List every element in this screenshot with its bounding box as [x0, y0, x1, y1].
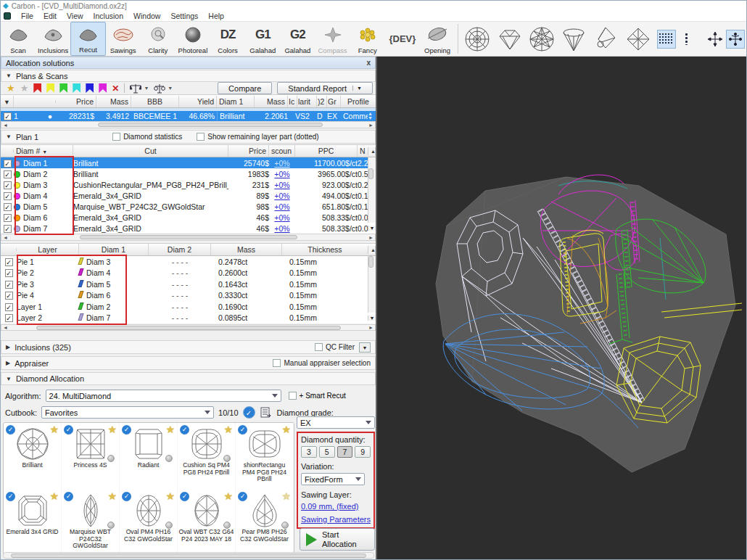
tile-pear[interactable]: ✓★ Pear PM8 PH26 C32 GWGoldStar [236, 490, 294, 556]
tile-emerald[interactable]: ✓★ Emerald 3x4 GRID [4, 490, 62, 556]
manual-appraiser-checkbox[interactable]: Manual appraiser selection [273, 359, 371, 367]
tile-brilliant[interactable]: ✓★ Brilliant [4, 423, 62, 490]
col-layer[interactable]: Layer [17, 244, 79, 255]
yellow-flag-icon[interactable] [46, 83, 54, 93]
sawing-value-link[interactable]: 0.09 mm, (fixed) [301, 502, 371, 511]
layers-hscrollbar[interactable]: ◄► [1, 324, 376, 331]
plan1-hscrollbar[interactable]: ◄► [1, 234, 376, 241]
menu-settings[interactable]: Settings [170, 12, 198, 20]
plan-solution-row[interactable]: ✓ 1 ● 28231$ 3.4912 BBCEMEE 1 46.68% Bri… [1, 111, 376, 121]
opening-button[interactable]: Opening [420, 22, 455, 56]
plan-diam-row[interactable]: ✓ Diam 5 Marquise_WBT_P24C32_GWGoldStar … [1, 201, 376, 212]
col-mass[interactable]: Mass [211, 244, 282, 255]
vscroll-up[interactable]: ▲ [368, 246, 376, 254]
grid-toggle-button[interactable] [657, 30, 676, 49]
col-profile[interactable]: Profile [341, 96, 376, 107]
bottom-hscrollbar[interactable] [3, 552, 374, 559]
plan-diam-row[interactable]: ✓ Diam 7 Emerald_3x4_GRID 46$ +0% 508.33… [1, 223, 376, 234]
layer-row[interactable]: ✓ Pie 3 Diam 5 - - - - 0.1643ct 0.15mm [1, 279, 376, 290]
plans-scans-header[interactable]: ▼ Plans & Scans [1, 70, 376, 82]
col-cut[interactable]: Cut [73, 145, 228, 157]
dz-colors-button[interactable]: DZ Colors [210, 22, 245, 56]
diamond-statistics-checkbox[interactable]: Diamond statistics [112, 133, 182, 141]
report-dropdown-arrow[interactable]: ▼ [352, 86, 362, 91]
col-diam1[interactable]: Diam 1 [79, 244, 149, 255]
quantity-3-button[interactable]: 3 [301, 446, 317, 458]
select-all-icon[interactable]: ✓ [243, 406, 255, 419]
appraiser-header[interactable]: ▶ Appraiser Manual appraiser selection [1, 356, 376, 370]
column-dots-button[interactable] [677, 30, 696, 49]
layer-row[interactable]: ✓ Pie 4 Diam 6 - - - - 0.3330ct 0.15mm [1, 290, 376, 302]
menu-view[interactable]: View [67, 12, 83, 20]
col-price[interactable]: Price [228, 145, 269, 157]
col-price[interactable]: Price [56, 96, 96, 107]
tile-oval-pm4[interactable]: ✓★ Oval PM4 PH16 C32 GWGoldStar [120, 490, 178, 556]
cyan-flag-icon[interactable] [73, 83, 81, 93]
vscroll-down[interactable]: ▼ [368, 226, 376, 231]
quantity-7-button[interactable]: 7 [337, 446, 353, 458]
col-yield[interactable]: Yield [179, 96, 217, 107]
recut-button[interactable]: Recut [70, 22, 105, 56]
algorithm-select[interactable]: 24. MultiDiamond [46, 390, 281, 402]
tile-cushion-rect[interactable]: ✓★ shionRectangu PM4 PG8 PH24 PBrill [236, 423, 294, 490]
layer-row[interactable]: ✓ Layer 1 Diam 2 - - - - 0.1690ct 0.15mm [1, 301, 376, 313]
blue-flag-icon[interactable] [86, 83, 94, 93]
menu-edit[interactable]: Edit [44, 12, 57, 20]
header-menu-button[interactable]: ▾ [1, 96, 14, 107]
g1-galahad-button[interactable]: G1 Galahad [245, 22, 280, 56]
tile-radiant[interactable]: ✓★ Radiant [120, 423, 178, 490]
rotate-button[interactable] [726, 30, 745, 49]
plan-diam-row[interactable]: ✓ Diam 2 Brilliant 1983$ +0% 3965.00$/ct… [1, 168, 376, 179]
col-diam1[interactable]: Diam 1 [217, 96, 255, 107]
dev-button[interactable]: {DEV} [385, 22, 420, 56]
tile-cushion-sq[interactable]: ✓★ Cushion Sq PM4 PG8 PH24 PBrill [178, 423, 236, 490]
fancy-button[interactable]: Fancy [350, 22, 385, 56]
scale2-icon[interactable] [154, 83, 165, 94]
col-bbb[interactable]: BBB [131, 96, 179, 107]
star-badge[interactable]: ★ [49, 424, 59, 435]
collapse-icon[interactable]: ▼ [6, 133, 12, 140]
scale-icon[interactable] [130, 83, 141, 94]
col-ppc[interactable]: PPC [295, 145, 358, 157]
layer-row[interactable]: ✓ Pie 2 Diam 4 - - - - 0.2600ct 0.15mm [1, 268, 376, 279]
view-side-crown-button[interactable] [493, 22, 525, 56]
plan-diam-row[interactable]: ✓ Diam 6 Emerald_3x4_GRID 46$ +0% 508.33… [1, 212, 376, 223]
inclusions-button[interactable]: Inclusions [36, 22, 70, 56]
menu-help[interactable]: Help [208, 12, 224, 20]
col-diam2[interactable]: Diam 2 [149, 244, 211, 255]
gold-star-icon[interactable]: ★ [7, 83, 15, 93]
collapse-icon[interactable]: ▼ [6, 73, 12, 79]
smart-recut-checkbox[interactable]: + Smart Recut [289, 392, 346, 400]
vscroll-up[interactable]: ▲ [368, 147, 376, 155]
collapse-icon[interactable]: ▶ [6, 344, 10, 350]
view-round-top-button[interactable] [461, 22, 493, 56]
vscroll-down[interactable]: ▼ [368, 316, 376, 321]
inclusions-header[interactable]: ▶ Inclusions (325) QC Filter ▼ [1, 340, 376, 354]
gray-star-icon[interactable]: ★ [20, 83, 29, 93]
start-allocation-button[interactable]: Start Allocation [300, 528, 375, 551]
pan-button[interactable] [706, 30, 725, 49]
layer-row[interactable]: ✓ Layer 2 Diam 7 - - - - 0.0895ct 0.15mm… [1, 313, 376, 324]
col-mass[interactable]: Mass [96, 96, 131, 107]
scan-button[interactable]: Scan [1, 22, 36, 56]
view-kite-button[interactable] [590, 22, 622, 56]
quantity-9-button[interactable]: 9 [355, 446, 371, 458]
standard-report-button[interactable]: Standard Report ▼ [277, 82, 373, 94]
tile-oval-wbt[interactable]: ✓★ Oval WBT C32 G64 P24 2023 MAY 18 [178, 490, 236, 556]
view-rhombus-button[interactable] [622, 22, 654, 56]
tile-marquise[interactable]: ✓★ Marquise WBT P24C32 GWGoldStar [62, 490, 120, 556]
col-mass2[interactable]: Mass [255, 96, 288, 107]
diamond-grade-select[interactable]: EX [297, 416, 375, 429]
row-spinner[interactable]: ▲▼ [368, 112, 376, 120]
collapse-icon[interactable]: ▶ [6, 360, 10, 366]
plan-diam-row[interactable]: ✓ Diam 1 Brilliant 25740$ +0% 11700.00$/… [1, 157, 376, 168]
view-cone-button[interactable] [558, 22, 590, 56]
red-flag-icon[interactable] [33, 83, 41, 93]
scene-3d-view[interactable] [377, 57, 747, 560]
collapse-icon[interactable]: ▼ [6, 376, 12, 382]
compass-button[interactable]: Compass [315, 22, 350, 56]
plan1-header[interactable]: ▼ Plan 1 Diamond statistics Show remaini… [1, 130, 376, 144]
quantity-5-button[interactable]: 5 [319, 446, 335, 458]
menu-file[interactable]: File [21, 12, 33, 20]
col-thickness[interactable]: Thickness [282, 244, 368, 255]
